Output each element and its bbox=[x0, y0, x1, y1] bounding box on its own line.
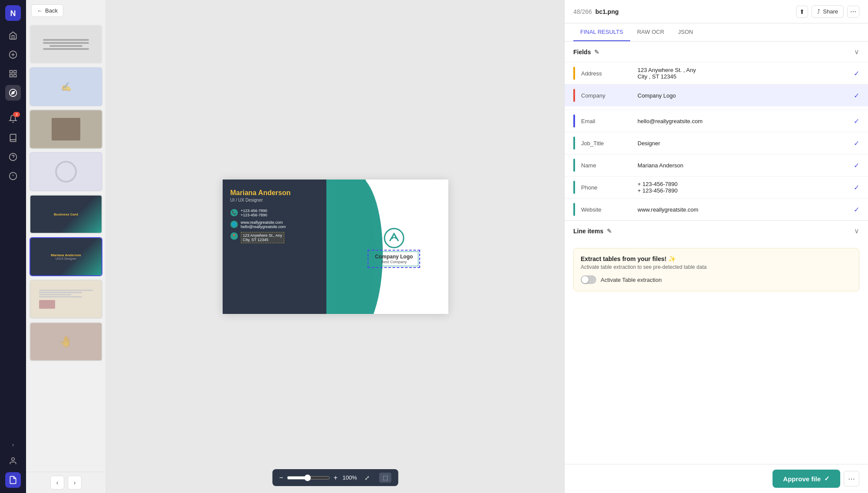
thumbnail-4[interactable] bbox=[30, 152, 102, 191]
next-thumbnail-button[interactable]: › bbox=[68, 476, 82, 490]
email-field-name: Email bbox=[581, 118, 638, 124]
phone-field-name: Phone bbox=[581, 184, 638, 191]
svg-text:N: N bbox=[10, 9, 16, 18]
extract-toggle-row: Activate Table extraction bbox=[581, 275, 852, 284]
sidebar-item-compass[interactable] bbox=[5, 85, 21, 101]
field-row-name[interactable]: Name Mariana Anderson ✓ bbox=[565, 154, 868, 176]
thumbnail-3[interactable] bbox=[30, 110, 102, 149]
website-check-icon: ✓ bbox=[854, 206, 859, 214]
share-icon: ⤴ bbox=[817, 8, 820, 15]
fit-button[interactable]: ⤢ bbox=[362, 473, 372, 482]
address-indicator bbox=[573, 67, 575, 80]
line-items-section-title: Line items ✎ bbox=[573, 228, 612, 235]
thumbnail-5[interactable]: Business Card bbox=[30, 195, 102, 234]
company-field-name: Company bbox=[581, 92, 638, 99]
share-button[interactable]: ⤴ Share bbox=[812, 5, 844, 18]
thumbnail-2[interactable]: ✍ bbox=[30, 67, 102, 106]
fields-edit-icon[interactable]: ✎ bbox=[594, 49, 599, 56]
line-items-section: Line items ✎ ∨ Extract tables from your … bbox=[565, 220, 868, 291]
prev-arrow-icon: ‹ bbox=[56, 479, 59, 486]
prev-thumbnail-button[interactable]: ‹ bbox=[50, 476, 64, 490]
field-row-job-title[interactable]: Job_Title Designer ✓ bbox=[565, 132, 868, 154]
result-tabs: FINAL RESULTS RAW OCR JSON bbox=[565, 23, 868, 42]
tab-raw-ocr[interactable]: RAW OCR bbox=[630, 23, 671, 41]
fields-section-header[interactable]: Fields ✎ ∨ bbox=[565, 42, 868, 62]
thumbnail-8[interactable]: 🤚 bbox=[30, 322, 102, 361]
extract-title: Extract tables from your files! ✨ bbox=[581, 255, 852, 262]
extract-description: Activate table extraction to see pre-det… bbox=[581, 264, 852, 270]
thumbnail-1[interactable] bbox=[30, 25, 102, 64]
next-arrow-icon: › bbox=[74, 479, 76, 486]
name-field-value: Mariana Anderson bbox=[638, 162, 854, 169]
sidebar-item-help1[interactable] bbox=[5, 149, 21, 165]
document-canvas: Mariana Anderson UI / UX Designer 📞 +123… bbox=[223, 180, 448, 314]
field-row-website[interactable]: Website www.reallygreatsite.com ✓ bbox=[565, 198, 868, 220]
thumbnail-list: ✍ Business Card Mar bbox=[26, 21, 106, 472]
name-indicator bbox=[573, 159, 575, 172]
more-options-bottom-icon: ⋯ bbox=[848, 475, 855, 483]
field-row-address[interactable]: Address 123 Anywhere St. , Any City , ST… bbox=[565, 62, 868, 84]
select-mode-button[interactable]: ⬚ bbox=[379, 473, 391, 483]
right-panel: 48/266 bc1.png ⬆ ⤴ Share ⋯ FINAL RESULTS… bbox=[564, 0, 868, 493]
thumbnail-6[interactable]: Mariana Anderson UI/UX Designer bbox=[30, 237, 102, 276]
file-info: 48/266 bc1.png bbox=[573, 8, 619, 15]
back-button[interactable]: ← Back bbox=[31, 4, 63, 17]
notification-badge: 3 bbox=[13, 112, 20, 117]
sidebar-item-user[interactable] bbox=[5, 453, 21, 469]
upload-button[interactable]: ⬆ bbox=[796, 6, 808, 18]
field-row-phone[interactable]: Phone + 123-456-7890 + 123-456-7890 ✓ bbox=[565, 176, 868, 198]
company-check-icon: ✓ bbox=[854, 91, 859, 100]
sidebar-expand[interactable]: › bbox=[10, 440, 16, 450]
sidebar-item-help2[interactable] bbox=[5, 168, 21, 184]
table-extraction-toggle[interactable] bbox=[581, 275, 596, 284]
zoom-slider[interactable] bbox=[287, 474, 330, 481]
approve-file-button[interactable]: Approve file ✓ bbox=[773, 470, 840, 488]
job-title-indicator bbox=[573, 137, 575, 150]
address-field-value: 123 Anywhere St. , Any City , ST 12345 bbox=[638, 67, 854, 80]
svg-marker-10 bbox=[11, 91, 14, 94]
sidebar-item-notifications[interactable]: 3 bbox=[5, 111, 21, 127]
svg-rect-6 bbox=[14, 71, 16, 73]
line-items-title-label: Line items bbox=[573, 228, 603, 235]
email-check-icon: ✓ bbox=[854, 117, 859, 125]
file-name: bc1.png bbox=[595, 8, 619, 15]
company-field-value: Company Logo bbox=[638, 92, 854, 99]
tab-json[interactable]: JSON bbox=[671, 23, 700, 41]
svg-rect-5 bbox=[10, 71, 13, 73]
sidebar-item-doc[interactable] bbox=[5, 472, 21, 488]
bottom-action-bar: Approve file ✓ ⋯ bbox=[565, 464, 868, 493]
bc-logo-icon bbox=[383, 227, 405, 249]
back-arrow-icon: ← bbox=[37, 7, 43, 14]
sidebar-item-book[interactable] bbox=[5, 130, 21, 146]
fields-title-label: Fields bbox=[573, 49, 591, 56]
zoom-out-button[interactable]: − bbox=[279, 474, 283, 482]
line-items-chevron-icon: ∨ bbox=[854, 227, 859, 235]
back-label: Back bbox=[45, 7, 58, 14]
thumbnail-7[interactable] bbox=[30, 280, 102, 319]
zoom-in-button[interactable]: + bbox=[334, 474, 338, 482]
email-field-value: hello@reallygreatsite.com bbox=[638, 118, 854, 124]
svg-rect-7 bbox=[10, 75, 13, 77]
svg-rect-8 bbox=[14, 75, 16, 77]
document-canvas-area[interactable]: Mariana Anderson UI / UX Designer 📞 +123… bbox=[106, 0, 564, 493]
sidebar-item-grid[interactable] bbox=[5, 66, 21, 82]
file-counter: 48/266 bbox=[573, 8, 592, 15]
field-row-company[interactable]: Company Company Logo ✓ bbox=[565, 84, 868, 106]
sidebar-item-home[interactable] bbox=[5, 28, 21, 43]
bc-title: UI / UX Designer bbox=[230, 198, 332, 202]
bc-company-box: Company Logo Best Company bbox=[369, 251, 418, 266]
company-indicator bbox=[573, 89, 575, 102]
toggle-label: Activate Table extraction bbox=[601, 277, 662, 283]
app-logo[interactable]: N bbox=[5, 5, 21, 21]
thumbnails-navigation: ‹ › bbox=[26, 472, 106, 493]
phone-field-value: + 123-456-7890 + 123-456-7890 bbox=[638, 181, 854, 194]
field-row-email[interactable]: Email hello@reallygreatsite.com ✓ bbox=[565, 110, 868, 132]
svg-point-16 bbox=[12, 458, 15, 461]
line-items-edit-icon[interactable]: ✎ bbox=[607, 228, 612, 235]
job-title-field-name: Job_Title bbox=[581, 140, 638, 147]
more-options-bottom-button[interactable]: ⋯ bbox=[844, 471, 859, 486]
tab-final-results[interactable]: FINAL RESULTS bbox=[573, 23, 630, 41]
line-items-section-header[interactable]: Line items ✎ ∨ bbox=[565, 221, 868, 241]
more-options-header-button[interactable]: ⋯ bbox=[847, 6, 859, 18]
sidebar-item-add[interactable] bbox=[5, 47, 21, 62]
